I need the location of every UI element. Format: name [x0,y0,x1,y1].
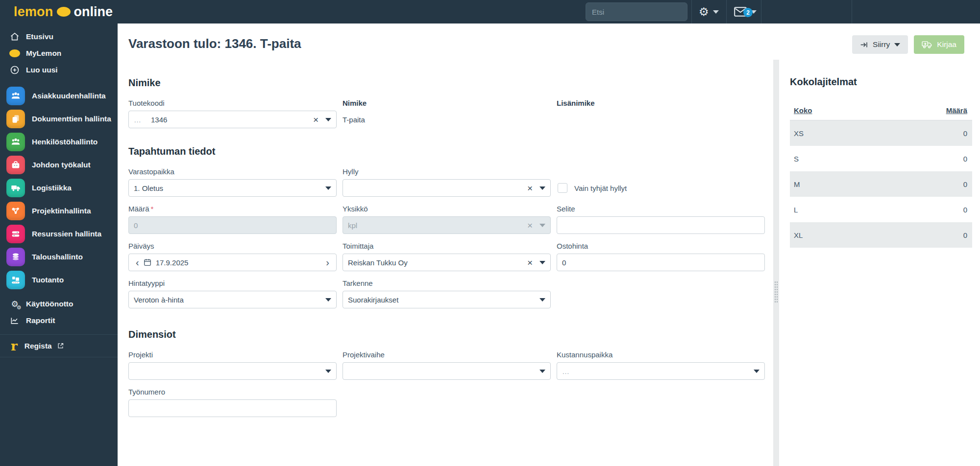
table-row[interactable]: XS 0 [790,120,972,146]
clear-icon[interactable]: × [527,184,533,193]
tyonumero-input[interactable] [128,399,337,417]
table-row[interactable]: M 0 [790,171,972,197]
clear-icon: × [527,221,533,230]
sliders-icon [6,225,25,243]
sidebar-item-regista[interactable]: r Regista [0,335,118,357]
dropdown-caret-icon[interactable] [325,298,331,302]
settings-menu-button[interactable]: ⚙ [699,0,719,23]
koko-cell: XS [794,129,804,138]
hintatyyppi-select[interactable]: Veroton à-hinta [128,291,337,308]
production-icon [6,271,25,289]
table-row[interactable]: XL 0 [790,222,972,248]
sidebar-item-label: Käyttöönotto [26,300,73,308]
sidebar-module-projektinhallinta[interactable]: Projektinhallinta [0,199,118,222]
splitter-grip-icon[interactable] [774,281,778,303]
tuotekoodi-combobox[interactable]: … 1346 × [128,111,337,128]
dropdown-caret-icon [539,224,545,227]
dropdown-caret-icon[interactable] [325,186,331,190]
regista-logo-icon: r [11,341,18,351]
messages-menu-button[interactable]: 2 [734,0,757,23]
varastopaikka-select[interactable]: 1. Oletus [128,179,337,197]
topbar-divider [726,0,727,23]
dropdown-caret-icon[interactable] [539,261,545,264]
sidebar-item-raportit[interactable]: Raportit [0,312,118,329]
dropdown-caret-icon[interactable] [539,186,545,190]
projektivaihe-label: Projektivaihe [343,350,551,359]
paivays-datepicker[interactable]: ‹ 17.9.2025 › [128,254,337,271]
column-header-koko[interactable]: Koko [794,106,812,115]
sidebar-module-asiakkuudenhallinta[interactable]: Asiakkuudenhallinta [0,84,118,107]
maara-cell: 0 [963,129,967,138]
sidebar-module-label: Johdon työkalut [32,161,91,169]
kirjaa-button[interactable]: Kirjaa [914,35,964,54]
app-logo[interactable]: lemon online [14,0,113,23]
search-input[interactable] [586,2,687,21]
sidebar-item-mylemon[interactable]: MyLemon [0,45,118,62]
sidebar-module-taloushallinto[interactable]: Taloushallinto [0,245,118,268]
lemon-oval-icon [57,7,71,17]
vain-tyhjat-hyllyt-label: Vain tyhjät hyllyt [574,184,627,192]
hylly-combobox[interactable]: × [343,179,551,197]
selite-input[interactable] [557,216,765,234]
tyonumero-label: Työnumero [128,388,337,396]
siirry-button[interactable]: Siirry [852,35,908,54]
more-options-icon[interactable]: … [134,116,142,124]
toimittaja-combobox[interactable]: Reiskan Tukku Oy × [343,254,551,271]
dropdown-caret-icon[interactable] [539,370,545,373]
topbar: lemon online ⚙ 2 [0,0,980,23]
sidebar-item-label: Luo uusi [26,66,58,74]
chevron-down-icon [894,43,900,47]
sidebar-module-label: Tuotanto [32,276,64,284]
projekti-select[interactable] [128,362,337,380]
dropdown-caret-icon[interactable] [754,370,760,373]
tarkenne-value: Suorakirjaukset [348,296,539,304]
vain-tyhjat-hyllyt-checkbox[interactable] [558,183,567,193]
tuotekoodi-label: Tuotekoodi [128,99,337,107]
gears-icon: ⚙⚙ [9,299,20,309]
panel-heading: Kokolajitelmat [790,76,972,88]
maara-cell: 0 [963,155,967,163]
sidebar-module-johdon-tyokalut[interactable]: Johdon työkalut [0,153,118,176]
sidebar-module-tuotanto[interactable]: Tuotanto [0,268,118,291]
projektivaihe-select[interactable] [343,362,551,380]
kustannuspaikka-value: … [562,367,754,375]
panel-resize-splitter[interactable] [773,60,779,466]
mylemon-oval-icon [9,48,20,59]
ostohinta-input[interactable] [557,254,765,271]
sidebar-module-resurssien-hallinta[interactable]: Resurssien hallinta [0,222,118,245]
global-search [586,2,687,21]
tarkenne-select[interactable]: Suorakirjaukset [343,291,551,308]
sidebar-module-henkilostohallinto[interactable]: Henkilöstöhallinto [0,130,118,153]
column-header-maara[interactable]: Määrä [946,106,967,115]
topbar-divider [852,0,852,23]
kokolajitelmat-panel: Kokolajitelmat Koko Määrä XS 0 S 0 M 0 [779,60,980,466]
dropdown-caret-icon[interactable] [325,370,331,373]
calendar-icon[interactable] [143,258,152,267]
dropdown-caret-icon[interactable] [539,298,545,302]
maara-input[interactable] [128,216,337,234]
table-row[interactable]: S 0 [790,146,972,171]
table-row[interactable]: L 0 [790,197,972,222]
sidebar-item-etusivu[interactable]: Etusivu [0,28,118,45]
clear-icon[interactable]: × [527,258,533,267]
nimike-value: T-paita [343,111,551,128]
section-heading-dimensiot: Dimensiot [128,329,773,340]
sidebar-module-logistiikka[interactable]: Logistiikka [0,176,118,199]
section-heading-tapahtuman-tiedot: Tapahtuman tiedot [128,146,773,157]
next-day-icon[interactable]: › [324,257,331,267]
tuotekoodi-value: 1346 [151,116,309,124]
sidebar-module-dokumenttien-hallinta[interactable]: Dokumenttien hallinta [0,107,118,130]
kustannuspaikka-select[interactable]: … [557,362,765,380]
varastopaikka-value: 1. Oletus [134,184,325,192]
dropdown-caret-icon[interactable] [325,118,331,121]
sidebar-item-label: MyLemon [26,49,61,58]
sidebar-item-kayttoonotto[interactable]: ⚙⚙ Käyttöönotto [0,296,118,312]
clear-icon[interactable]: × [313,115,318,124]
topbar-divider [691,0,692,23]
form-area: Nimike Tuotekoodi … 1346 × Nimike T-pait… [118,60,773,466]
sidebar-item-luo-uusi[interactable]: Luo uusi [0,62,118,78]
nimike-label: Nimike [343,99,551,107]
network-icon [6,202,25,220]
sidebar: Etusivu MyLemon Luo uusi Asiakkuudenhall… [0,23,118,466]
prev-day-icon[interactable]: ‹ [134,257,141,267]
